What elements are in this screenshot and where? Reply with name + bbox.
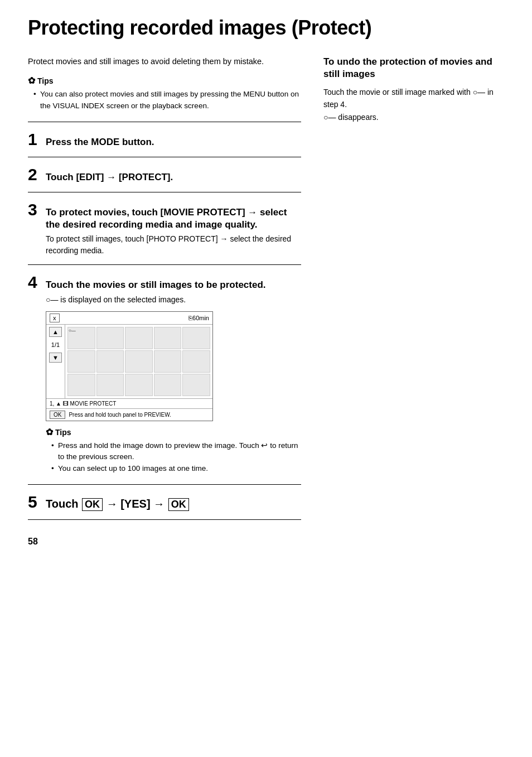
step-4-title: Touch the movies or still images to be p…	[46, 279, 266, 291]
step-2: 2 Touch [EDIT] → [PROTECT].	[28, 165, 301, 184]
divider-4	[28, 264, 301, 265]
thumb-cell-14[interactable]	[182, 374, 210, 396]
step-5-text-before: Touch	[46, 498, 79, 510]
tips-header-2: ✿ Tips	[46, 427, 301, 437]
thumb-cell-1[interactable]	[96, 327, 124, 349]
thumb-cell-8[interactable]	[154, 350, 182, 373]
thumb-cell-0[interactable]	[67, 327, 95, 349]
step-5: 5 Touch OK → [YES] → OK	[28, 493, 301, 512]
screen-ok-button[interactable]: OK	[50, 411, 65, 419]
divider-6	[28, 519, 301, 520]
right-column: To undo the protection of movies and sti…	[323, 56, 504, 547]
step-1: 1 Press the MODE button.	[28, 130, 301, 149]
tips-icon-1: ✿	[28, 75, 35, 86]
step-5-arrow2: →	[153, 498, 165, 510]
step-5-num: 5	[28, 493, 40, 512]
step-4: 4 Touch the movies or still images to be…	[28, 273, 301, 474]
screen-top-bar: x ⎘60min	[46, 312, 212, 325]
tips-list-1: You can also protect movies and still im…	[28, 89, 301, 112]
intro-text: Protect movies and still images to avoid…	[28, 56, 301, 68]
screen-duration: ⎘60min	[188, 315, 209, 321]
step-3-num: 3	[28, 200, 40, 219]
page-indicator: 1/1	[51, 339, 60, 350]
page-number: 58	[28, 537, 301, 547]
step-4-body-intro: ○— is displayed on the selected images.	[46, 294, 301, 306]
tips-item-1-0: You can also protect movies and still im…	[33, 89, 301, 112]
step-2-num: 2	[28, 165, 40, 184]
tips-item-2-0: Press and hold the image down to preview…	[51, 440, 301, 463]
thumb-cell-12[interactable]	[125, 374, 153, 396]
tips-label-1: Tips	[37, 76, 54, 85]
thumb-cell-13[interactable]	[154, 374, 182, 396]
screen-close-button[interactable]: x	[50, 314, 60, 322]
screen-left-nav: ▲ 1/1 ▼	[46, 325, 65, 398]
screen-grid-area: ▲ 1/1 ▼	[46, 325, 212, 398]
thumb-cell-10[interactable]	[67, 374, 95, 396]
step-4-num: 4	[28, 273, 40, 292]
undo-section-body: Touch the movie or still image marked wi…	[323, 86, 504, 123]
screen-mockup: x ⎘60min ▲ 1/1 ▼	[46, 311, 213, 421]
screen-bottom-label: 1, ▲ 🎞 MOVIE PROTECT	[50, 401, 116, 407]
divider-1	[28, 122, 301, 122]
divider-2	[28, 157, 301, 157]
screen-thumbnails	[65, 325, 212, 398]
divider-3	[28, 192, 301, 192]
tips-header-1: ✿ Tips	[28, 75, 301, 86]
thumb-cell-6[interactable]	[96, 350, 124, 373]
undo-section-title: To undo the protection of movies and sti…	[323, 56, 504, 80]
thumb-cell-5[interactable]	[67, 350, 95, 373]
step-3: 3 To protect movies, touch [MOVIE PROTEC…	[28, 200, 301, 257]
undo-body-1: Touch the movie or still image marked wi…	[323, 86, 504, 111]
undo-body-2: ○— disappears.	[323, 111, 504, 123]
tips-label-2: Tips	[55, 428, 71, 437]
thumb-cell-4[interactable]	[182, 327, 210, 349]
step-2-title: Touch [EDIT] → [PROTECT].	[46, 171, 173, 184]
step-5-ok1: OK	[82, 498, 103, 512]
thumb-cell-11[interactable]	[96, 374, 124, 396]
step-5-yes: [YES]	[120, 498, 150, 510]
tips-item-2-1: You can select up to 100 images at one t…	[51, 463, 301, 474]
tips-section-2: ✿ Tips Press and hold the image down to …	[46, 427, 301, 474]
step-3-body-0: To protect still images, touch [PHOTO PR…	[46, 233, 301, 257]
nav-down-button[interactable]: ▼	[49, 353, 62, 363]
step-1-title: Press the MODE button.	[46, 136, 154, 148]
thumb-cell-9[interactable]	[182, 350, 210, 373]
left-column: Protect movies and still images to avoid…	[28, 56, 301, 547]
screen-action-bar: OK Press and hold touch panel to PREVIEW…	[46, 408, 212, 421]
step-3-title: To protect movies, touch [MOVIE PROTECT]…	[46, 206, 301, 231]
tips-list-2: Press and hold the image down to preview…	[46, 440, 301, 474]
screen-bottom-bar: 1, ▲ 🎞 MOVIE PROTECT	[46, 398, 212, 408]
thumb-cell-3[interactable]	[154, 327, 182, 349]
step-5-arrow1: →	[107, 498, 118, 510]
thumb-cell-2[interactable]	[125, 327, 153, 349]
screen-action-hint: Press and hold touch panel to PREVIEW.	[69, 412, 171, 418]
tips-section-1: ✿ Tips You can also protect movies and s…	[28, 75, 301, 112]
step-1-num: 1	[28, 130, 40, 149]
step-5-text: Touch OK → [YES] → OK	[46, 498, 190, 512]
page-title: Protecting recorded images (Protect)	[28, 17, 504, 39]
thumb-cell-7[interactable]	[125, 350, 153, 373]
nav-up-button[interactable]: ▲	[49, 327, 62, 337]
divider-5	[28, 484, 301, 485]
tips-icon-2: ✿	[46, 427, 53, 437]
step-5-ok2: OK	[168, 498, 189, 512]
undo-section: To undo the protection of movies and sti…	[323, 56, 504, 123]
